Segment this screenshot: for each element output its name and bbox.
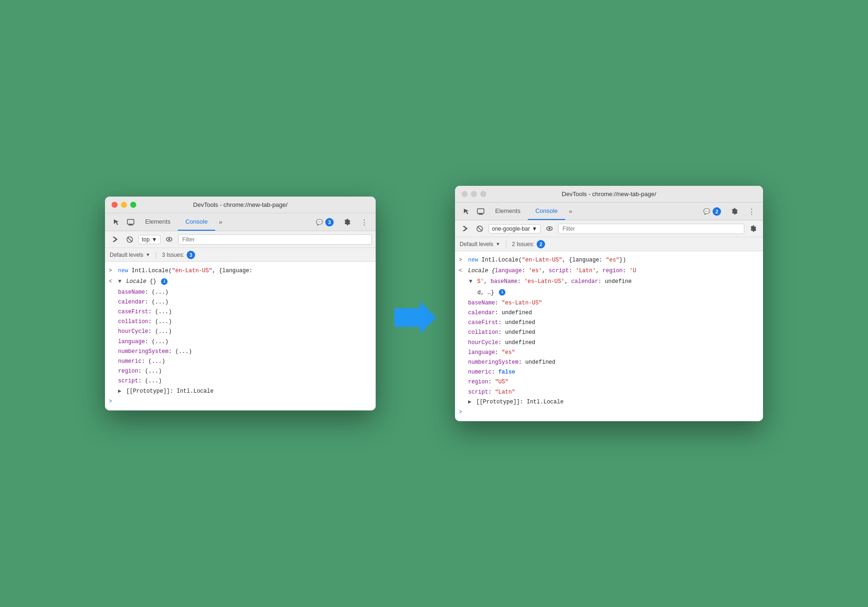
prop-script-2[interactable]: script: "Latn" xyxy=(455,388,763,397)
devtools-tabs-2: Elements Console » 💬 2 ⋮ xyxy=(455,203,763,220)
prop-hourcycle-1[interactable]: hourCycle: (...) xyxy=(105,327,376,337)
prompt-caret-1: > xyxy=(109,398,112,405)
block-icon-2[interactable] xyxy=(474,223,486,235)
locale-output-2a[interactable]: < Locale {language: 'es', script: 'Latn'… xyxy=(455,266,763,276)
prop-basename-2[interactable]: baseName: "es-Latn-US" xyxy=(455,298,763,308)
device-toolbar-icon[interactable] xyxy=(124,215,138,229)
maximize-button-1[interactable] xyxy=(130,202,136,208)
prop-collation-1[interactable]: collation: (...) xyxy=(105,317,376,327)
tab-elements-1[interactable]: Elements xyxy=(138,213,178,231)
inspect-icon-2[interactable] xyxy=(460,205,474,219)
prototype-2[interactable]: ▶ [[Prototype]]: Intl.Locale xyxy=(455,397,763,407)
traffic-lights-1 xyxy=(112,202,136,208)
prop-calendar-2[interactable]: calendar: undefined xyxy=(455,308,763,318)
locale-output-header-1[interactable]: < ▼ Locale {} i xyxy=(105,276,376,287)
message-icon-2: 💬 xyxy=(703,208,710,215)
close-button-2[interactable] xyxy=(462,191,468,197)
prop-region-2[interactable]: region: "US" xyxy=(455,377,763,387)
prop-numberingsystem-1[interactable]: numberingSystem: (...) xyxy=(105,347,376,357)
svg-point-16 xyxy=(548,228,550,230)
devtools-tabs-1: Elements Console » 💬 3 ⋮ xyxy=(105,213,376,231)
settings-icon-2b[interactable] xyxy=(747,223,759,235)
context-label-2: one-google-bar xyxy=(492,226,530,232)
prop-collation-2[interactable]: collation: undefined xyxy=(455,328,763,338)
context-label-1: top xyxy=(142,236,150,243)
prop-region-1[interactable]: region: (...) xyxy=(105,367,376,376)
issues-count-2[interactable]: 2 Issues: 2 xyxy=(512,240,545,248)
svg-line-5 xyxy=(127,237,132,242)
settings-icon-1[interactable] xyxy=(340,215,354,229)
title-bar-2: DevTools - chrome://new-tab-page/ xyxy=(455,186,763,203)
window-title-1: DevTools - chrome://new-tab-page/ xyxy=(193,201,287,208)
message-icon-1: 💬 xyxy=(316,219,323,226)
inspect-icon[interactable] xyxy=(110,215,124,229)
prompt-line-2[interactable]: > xyxy=(455,407,763,417)
tab-right-icons-1: 💬 3 ⋮ xyxy=(312,215,371,229)
prompt-line-1[interactable]: > xyxy=(105,396,376,407)
minimize-button-1[interactable] xyxy=(121,202,127,208)
console-content-2: > new Intl.Locale("en-Latn-US", {languag… xyxy=(455,251,763,421)
svg-rect-9 xyxy=(477,209,484,213)
clear-console-btn-1[interactable] xyxy=(109,233,121,246)
minimize-button-2[interactable] xyxy=(471,191,477,197)
svg-point-7 xyxy=(168,239,170,240)
traffic-lights-2 xyxy=(462,191,486,197)
locale-output-2b: ▼ S', baseName: 'es-Latn-US', calendar: … xyxy=(455,276,763,287)
settings-icon-2[interactable] xyxy=(728,205,742,219)
close-button-1[interactable] xyxy=(112,202,118,208)
prop-casefirst-2[interactable]: caseFirst: undefined xyxy=(455,318,763,328)
issues-bar-1: Default levels ▼ 3 Issues: 3 xyxy=(105,248,376,262)
prop-numeric-2[interactable]: numeric: false xyxy=(455,367,763,377)
tab-more-2[interactable]: » xyxy=(565,205,576,218)
more-options-icon-1[interactable]: ⋮ xyxy=(357,215,371,229)
tab-more-1[interactable]: » xyxy=(215,216,226,228)
clear-console-btn-2[interactable] xyxy=(459,223,471,235)
filter-input-2[interactable]: Filter xyxy=(558,224,744,234)
issues-badge-btn-2[interactable]: 💬 2 xyxy=(700,206,725,217)
prop-hourcycle-2[interactable]: hourCycle: undefined xyxy=(455,338,763,348)
maximize-button-2[interactable] xyxy=(480,191,486,197)
prop-script-1[interactable]: script: (...) xyxy=(105,376,376,386)
svg-marker-8 xyxy=(394,301,436,334)
issues-count-1[interactable]: 3 Issues: 3 xyxy=(162,251,195,259)
collapse-arrow-2: < xyxy=(459,267,465,275)
dropdown-arrow-1: ▼ xyxy=(146,252,150,257)
locale-output-2c: d, …} i xyxy=(455,288,763,298)
info-icon-2[interactable]: i xyxy=(499,289,505,296)
info-icon-1[interactable]: i xyxy=(161,278,168,285)
default-levels-1[interactable]: Default levels ▼ xyxy=(110,252,150,258)
issues-badge-btn-1[interactable]: 💬 3 xyxy=(312,217,337,228)
filter-input-1[interactable]: Filter xyxy=(178,234,372,245)
console-content-1: > new Intl.Locale("en-Latn-US", {languag… xyxy=(105,262,376,410)
devtools-window-2: DevTools - chrome://new-tab-page/ Elemen… xyxy=(455,186,763,421)
tab-console-2[interactable]: Console xyxy=(528,203,565,220)
tab-console-1[interactable]: Console xyxy=(178,213,215,231)
issues-msg-badge-1: 3 xyxy=(187,251,195,259)
tab-right-icons-2: 💬 2 ⋮ xyxy=(700,205,758,219)
more-options-icon-2[interactable]: ⋮ xyxy=(744,205,758,219)
chevron-down-icon-1: ▼ xyxy=(152,236,157,243)
eye-icon-2[interactable] xyxy=(543,223,555,235)
prop-numeric-1[interactable]: numeric: (...) xyxy=(105,357,376,367)
context-selector-1[interactable]: top ▼ xyxy=(139,235,161,244)
issues-bar-2: Default levels ▼ 2 Issues: 2 xyxy=(455,237,763,251)
prop-language-1[interactable]: language: (...) xyxy=(105,337,376,347)
block-icon-1[interactable] xyxy=(124,233,136,246)
prop-language-2[interactable]: language: "es" xyxy=(455,348,763,358)
svg-marker-3 xyxy=(112,237,118,242)
svg-line-14 xyxy=(477,226,482,231)
input-caret-1: > xyxy=(109,267,115,275)
collapse-arrow-1: < xyxy=(109,277,115,286)
tab-elements-2[interactable]: Elements xyxy=(488,203,528,220)
prop-calendar-1[interactable]: calendar: (...) xyxy=(105,297,376,307)
eye-icon-1[interactable] xyxy=(163,233,175,246)
prop-casefirst-1[interactable]: caseFirst: (...) xyxy=(105,307,376,317)
prop-numberingsystem-2[interactable]: numberingSystem: undefined xyxy=(455,358,763,367)
prototype-1[interactable]: ▶ [[Prototype]]: Intl.Locale xyxy=(105,387,376,396)
device-toolbar-icon-2[interactable] xyxy=(474,205,488,219)
default-levels-2[interactable]: Default levels ▼ xyxy=(460,241,500,247)
context-selector-2[interactable]: one-google-bar ▼ xyxy=(489,224,540,233)
prop-basename-1[interactable]: baseName: (...) xyxy=(105,288,376,297)
window-title-2: DevTools - chrome://new-tab-page/ xyxy=(562,191,656,198)
dropdown-arrow-2: ▼ xyxy=(496,241,500,247)
